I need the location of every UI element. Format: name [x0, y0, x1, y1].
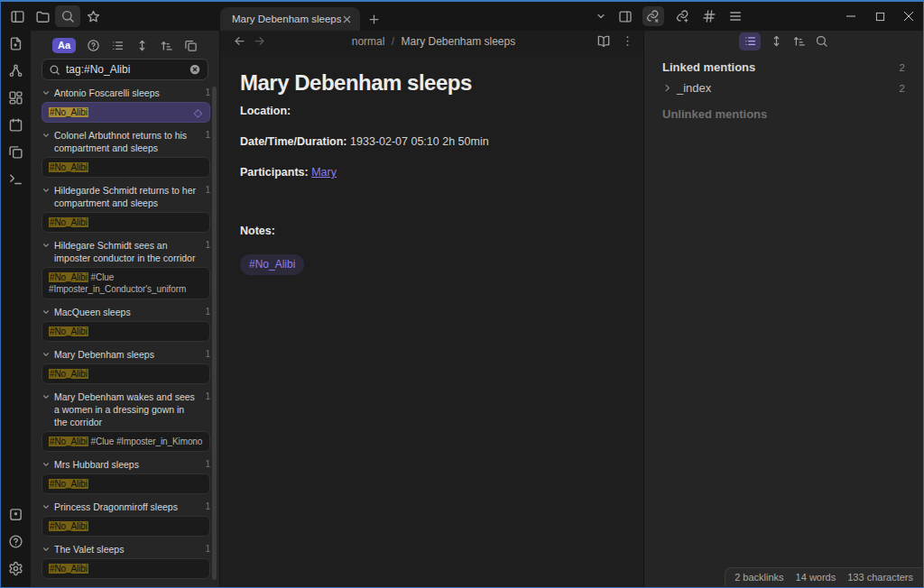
- sort-order-icon[interactable]: [159, 38, 173, 52]
- search-result-match[interactable]: #No_Alibi◇: [42, 102, 210, 123]
- tab-mary-debenham-sleeps[interactable]: Mary Debenham sleeps: [220, 7, 360, 31]
- bookmarks-icon[interactable]: [80, 5, 106, 27]
- participant-link[interactable]: Mary: [311, 166, 337, 179]
- maximize-button[interactable]: [865, 2, 894, 31]
- collapse-diamond-icon[interactable]: ◇: [194, 106, 202, 118]
- match-case-button[interactable]: Aa: [52, 38, 76, 53]
- search-result-group: Mrs Hubbard sleeps1#No_Alibi: [42, 457, 210, 494]
- tab-title: Mary Debenham sleeps: [232, 14, 341, 24]
- breadcrumb-folder[interactable]: normal: [352, 35, 385, 48]
- forward-icon[interactable]: [251, 34, 267, 49]
- search-toolbar: Aa: [31, 34, 219, 56]
- search-result-title[interactable]: Mrs Hubbard sleeps1: [42, 457, 210, 472]
- datetime-value: 1933-02-07 05:10 2h 50min: [347, 135, 489, 148]
- search-help-icon[interactable]: [86, 38, 100, 52]
- canvas-icon[interactable]: [8, 90, 23, 106]
- help-icon[interactable]: [8, 534, 23, 549]
- character-count[interactable]: 133 characters: [847, 572, 913, 583]
- new-tab-button[interactable]: [360, 7, 387, 31]
- search-input[interactable]: tag:#No_Alibi: [42, 59, 208, 80]
- chevron-down-icon[interactable]: [596, 9, 606, 23]
- match-highlight: #No_Alibi: [49, 369, 88, 379]
- backlink-item-count: 2: [900, 83, 905, 94]
- backlinks-sort-icon[interactable]: [791, 34, 806, 49]
- explain-search-icon[interactable]: [110, 38, 125, 52]
- search-results: Antonio Foscarelli sleeps1#No_Alibi◇Colo…: [31, 84, 219, 587]
- sidebar-scrollbar[interactable]: [212, 87, 217, 580]
- copy-results-icon[interactable]: [183, 38, 198, 52]
- participants-label: Participants:: [240, 166, 309, 179]
- search-result-match[interactable]: #No_Alibi: [42, 473, 210, 494]
- word-count[interactable]: 14 words: [796, 572, 836, 583]
- folder-icon[interactable]: [30, 5, 55, 27]
- tab-close-icon[interactable]: [341, 14, 353, 25]
- clear-search-icon[interactable]: [189, 63, 201, 76]
- breadcrumb-separator: /: [392, 35, 394, 48]
- search-result-title[interactable]: Colonel Arbuthnot returns to his compart…: [42, 128, 210, 155]
- result-note-title: Mary Debenham sleeps: [54, 348, 199, 361]
- close-button[interactable]: [894, 2, 923, 31]
- result-match-count: 1: [203, 544, 210, 554]
- search-result-title[interactable]: Hildegarde Schmidt returns to her compar…: [42, 183, 210, 210]
- search-result-group: Mary Debenham sleeps1#No_Alibi: [42, 347, 210, 384]
- backlink-item-label: _index: [677, 81, 711, 95]
- search-result-match[interactable]: #No_Alibi #Clue #Imposter_in_Kimono: [42, 431, 210, 452]
- search-result-title[interactable]: Princess Dragonmiroff sleeps1: [42, 500, 210, 514]
- minimize-button[interactable]: [836, 2, 865, 31]
- settings-gear-icon[interactable]: [8, 561, 23, 576]
- chevron-down-icon: [42, 545, 51, 554]
- incoming-links-icon[interactable]: [642, 6, 664, 26]
- search-result-title[interactable]: Antonio Foscarelli sleeps1: [42, 86, 210, 100]
- outgoing-links-icon[interactable]: [676, 9, 690, 23]
- back-icon[interactable]: [231, 34, 247, 49]
- editor-pane: normal / Mary Debenham sleeps Mary Deben…: [220, 31, 643, 587]
- backlink-list-icon[interactable]: [739, 32, 761, 51]
- collapse-backlinks-icon[interactable]: [769, 34, 783, 49]
- view-header: normal / Mary Debenham sleeps: [220, 31, 643, 51]
- result-match-count: 1: [203, 501, 210, 511]
- search-result-group: The Valet sleeps1#No_Alibi: [42, 542, 210, 579]
- search-result-match[interactable]: #No_Alibi: [42, 321, 210, 342]
- graph-view-icon[interactable]: [8, 63, 23, 78]
- search-result-match[interactable]: #No_Alibi: [42, 558, 210, 579]
- backlink-count[interactable]: 2 backlinks: [735, 572, 783, 583]
- result-note-title: Antonio Foscarelli sleeps: [54, 87, 199, 99]
- breadcrumb-file[interactable]: Mary Debenham sleeps: [401, 35, 515, 48]
- search-result-title[interactable]: MacQueen sleeps1: [42, 305, 210, 319]
- quick-switcher-icon[interactable]: [8, 36, 23, 51]
- note-tag[interactable]: #No_Alibi: [240, 254, 304, 275]
- collapse-results-icon[interactable]: [134, 38, 149, 52]
- terminal-icon[interactable]: [8, 171, 23, 187]
- reading-view-icon[interactable]: [596, 34, 611, 49]
- unlinked-mentions-label: Unlinked mentions: [662, 107, 767, 121]
- result-match-count: 1: [203, 87, 210, 97]
- templates-icon[interactable]: [8, 144, 23, 160]
- search-result-title[interactable]: Hildegare Schmidt sees an imposter condu…: [42, 238, 210, 265]
- search-result-title[interactable]: Mary Debenham sleeps1: [42, 347, 210, 362]
- search-result-title[interactable]: Mary Debenham wakes and sees a women in …: [42, 390, 210, 429]
- tags-icon[interactable]: [702, 9, 716, 23]
- search-panel: Aa: [31, 31, 220, 587]
- search-result-match[interactable]: #No_Alibi: [42, 212, 210, 233]
- search-icon[interactable]: [55, 5, 80, 27]
- chevron-down-icon: [42, 186, 51, 195]
- match-highlight: #No_Alibi: [49, 521, 88, 531]
- app-window: Mary Debenham sleeps: [0, 0, 924, 588]
- chevron-down-icon: [42, 308, 51, 317]
- unlinked-mentions-header[interactable]: Unlinked mentions: [662, 107, 905, 121]
- vault-switcher-icon[interactable]: [8, 507, 23, 522]
- linked-mentions-header[interactable]: Linked mentions 2: [662, 60, 905, 74]
- backlink-item-index[interactable]: _index 2: [662, 81, 905, 95]
- chevron-right-icon: [662, 83, 672, 93]
- more-options-icon[interactable]: [620, 34, 634, 49]
- search-result-match[interactable]: #No_Alibi: [42, 157, 210, 178]
- search-result-match[interactable]: #No_Alibi #Clue #Imposter_in_Conductor's…: [42, 267, 210, 299]
- daily-note-calendar-icon[interactable]: [8, 117, 23, 133]
- toggle-left-sidebar-icon[interactable]: [5, 5, 30, 27]
- backlinks-search-icon[interactable]: [814, 34, 828, 49]
- outline-list-icon[interactable]: [728, 9, 743, 23]
- toggle-right-sidebar-icon[interactable]: [618, 9, 633, 23]
- search-result-match[interactable]: #No_Alibi: [42, 516, 210, 537]
- search-result-match[interactable]: #No_Alibi: [42, 363, 210, 384]
- search-result-title[interactable]: The Valet sleeps1: [42, 542, 210, 556]
